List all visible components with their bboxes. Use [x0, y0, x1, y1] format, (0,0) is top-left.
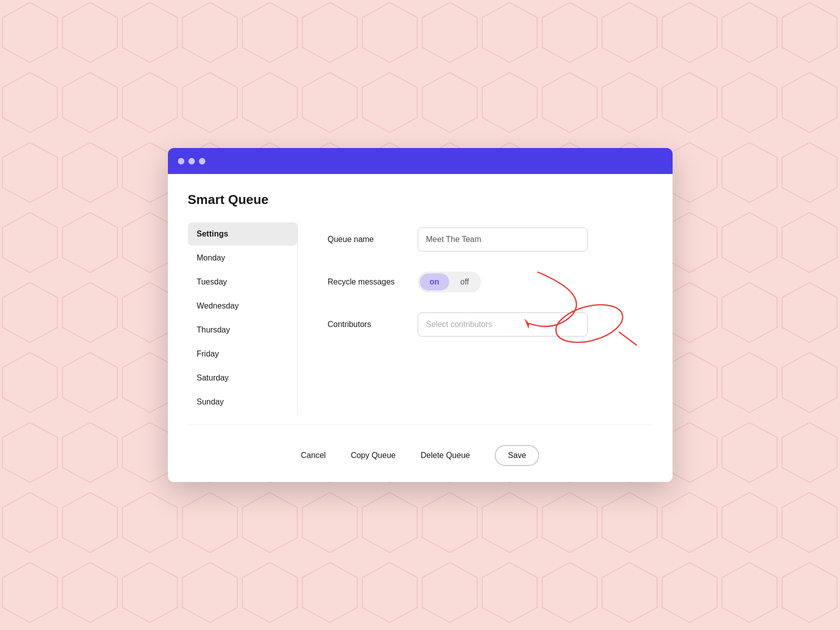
sidebar: Settings Monday Tuesday Wednesday Thursd…: [188, 222, 298, 414]
toggle-off-option[interactable]: off: [450, 274, 479, 290]
sidebar-item-thursday[interactable]: Thursday: [188, 318, 297, 342]
contributors-row: Contributors: [328, 312, 653, 336]
settings-content: Queue name Recycle messages on off: [298, 222, 653, 414]
sidebar-item-friday[interactable]: Friday: [188, 342, 297, 366]
sidebar-item-monday[interactable]: Monday: [188, 246, 297, 270]
recycle-toggle[interactable]: on off: [418, 272, 481, 292]
cancel-button[interactable]: Cancel: [301, 451, 326, 460]
window-content: Smart Queue Settings Monday Tuesday Wedn…: [168, 174, 673, 482]
queue-name-label: Queue name: [328, 235, 418, 244]
traffic-light-yellow[interactable]: [188, 158, 195, 164]
sidebar-item-saturday[interactable]: Saturday: [188, 366, 297, 390]
app-title: Smart Queue: [188, 192, 653, 208]
contributors-input[interactable]: [418, 312, 588, 336]
sidebar-item-tuesday[interactable]: Tuesday: [188, 270, 297, 294]
queue-name-input[interactable]: [418, 228, 588, 252]
contributors-label: Contributors: [328, 320, 418, 329]
footer-actions: Cancel Copy Queue Delete Queue Save: [188, 424, 653, 466]
copy-queue-button[interactable]: Copy Queue: [351, 451, 396, 460]
sidebar-item-settings[interactable]: Settings: [188, 222, 297, 246]
delete-queue-button[interactable]: Delete Queue: [421, 451, 470, 460]
recycle-messages-label: Recycle messages: [328, 278, 418, 286]
toggle-on-option[interactable]: on: [420, 274, 450, 290]
sidebar-item-sunday[interactable]: Sunday: [188, 390, 297, 414]
traffic-light-green[interactable]: [199, 158, 205, 164]
save-button[interactable]: Save: [495, 445, 539, 466]
main-window: Smart Queue Settings Monday Tuesday Wedn…: [168, 148, 673, 482]
recycle-messages-row: Recycle messages on off: [328, 272, 653, 292]
traffic-light-red[interactable]: [178, 158, 184, 164]
sidebar-item-wednesday[interactable]: Wednesday: [188, 294, 297, 318]
queue-name-row: Queue name: [328, 228, 653, 252]
main-layout: Settings Monday Tuesday Wednesday Thursd…: [188, 222, 653, 414]
title-bar: [168, 148, 673, 174]
